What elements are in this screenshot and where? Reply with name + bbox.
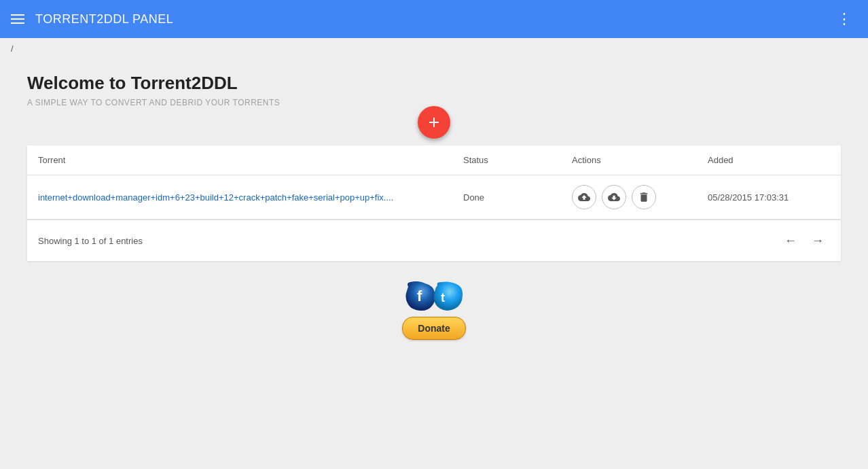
prev-icon: ←	[784, 234, 797, 248]
footer: f t Donate	[27, 281, 841, 340]
add-torrent-button[interactable]	[418, 106, 450, 139]
table-row: internet+download+manager+idm+6+23+build…	[27, 175, 841, 220]
page-title: Welcome to Torrent2DDL	[27, 73, 841, 94]
column-added: Added	[708, 155, 830, 165]
upload-action-button[interactable]	[572, 185, 596, 209]
torrent-name: internet+download+manager+idm+6+23+build…	[38, 192, 463, 203]
plus-icon	[426, 114, 442, 131]
breadcrumb: /	[0, 38, 868, 59]
download-action-button[interactable]	[602, 185, 626, 209]
pagination-info: Showing 1 to 1 of 1 entries	[38, 236, 143, 246]
prev-page-button[interactable]: ←	[778, 228, 803, 253]
donate-button[interactable]: Donate	[402, 317, 465, 340]
download-icon	[608, 191, 620, 203]
column-status: Status	[463, 155, 572, 165]
svg-text:f: f	[417, 288, 422, 305]
fab-container	[27, 121, 841, 145]
more-options-button[interactable]: ⋮	[831, 7, 857, 31]
app-header: TORRENT2DDL PANEL ⋮	[0, 0, 868, 38]
main-content: Welcome to Torrent2DDL A SIMPLE WAY TO C…	[0, 59, 868, 353]
facebook-icon[interactable]: f	[405, 281, 436, 311]
table-header: Torrent Status Actions Added	[27, 145, 841, 175]
hamburger-menu-button[interactable]	[11, 14, 24, 24]
next-icon: →	[812, 234, 824, 248]
social-icons: f t	[405, 281, 463, 311]
pagination-buttons: ← →	[778, 228, 830, 253]
actions-cell	[572, 185, 708, 209]
app-title: TORRENT2DDL PANEL	[35, 12, 173, 27]
status-badge: Done	[463, 192, 572, 203]
upload-icon	[578, 191, 590, 203]
twitter-icon[interactable]: t	[433, 281, 463, 311]
delete-icon	[638, 191, 650, 203]
added-date: 05/28/2015 17:03:31	[708, 192, 830, 203]
column-torrent: Torrent	[38, 155, 463, 165]
pagination-row: Showing 1 to 1 of 1 entries ← →	[27, 220, 841, 261]
torrent-table: Torrent Status Actions Added internet+do…	[27, 145, 841, 261]
column-actions: Actions	[572, 155, 708, 165]
header-left: TORRENT2DDL PANEL	[11, 12, 173, 27]
svg-text:t: t	[441, 291, 445, 305]
next-page-button[interactable]: →	[806, 228, 830, 253]
table-section: Torrent Status Actions Added internet+do…	[27, 121, 841, 261]
delete-action-button[interactable]	[632, 185, 656, 209]
